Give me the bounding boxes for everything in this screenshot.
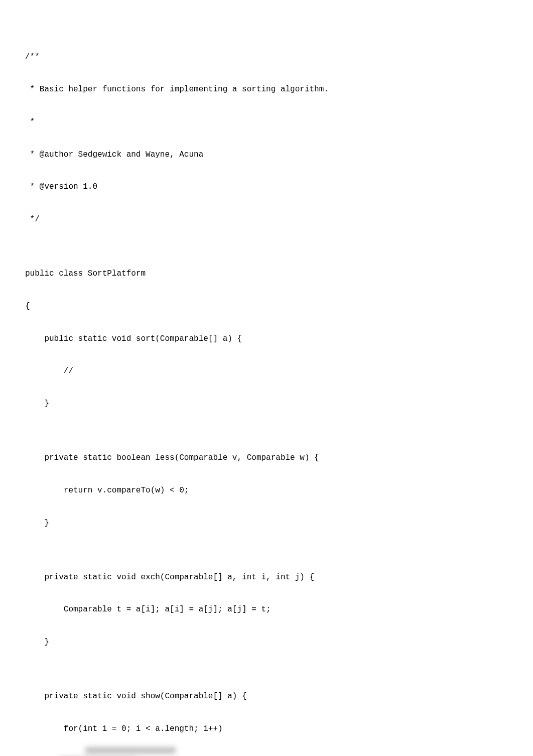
code-line: return v.compareTo(w) < 0; — [25, 485, 508, 496]
code-line: } — [25, 399, 508, 410]
code-line: for(int i = 0; i < a.length; i++) — [25, 724, 508, 735]
blurred-segment — [85, 747, 176, 754]
blurred-row — [25, 745, 508, 756]
code-line: */ — [25, 214, 508, 225]
code-line: } — [25, 518, 508, 529]
code-document: /** * Basic helper functions for impleme… — [25, 30, 508, 745]
blurred-code-region — [25, 745, 508, 756]
code-line: private static boolean less(Comparable v… — [25, 453, 508, 464]
code-line: public class SortPlatform — [25, 269, 508, 280]
code-line: // — [25, 366, 508, 377]
code-line: Comparable t = a[i]; a[i] = a[j]; a[j] =… — [25, 604, 508, 615]
code-line: private static void exch(Comparable[] a,… — [25, 572, 508, 583]
code-line: /** — [25, 52, 508, 63]
code-line: private static void show(Comparable[] a)… — [25, 691, 508, 702]
code-line: * @author Sedgewick and Wayne, Acuna — [25, 150, 508, 161]
code-line: { — [25, 301, 508, 312]
code-line: * @version 1.0 — [25, 182, 508, 193]
code-line: } — [25, 637, 508, 648]
code-line: public static void sort(Comparable[] a) … — [25, 334, 508, 345]
code-line: * Basic helper functions for implementin… — [25, 84, 508, 95]
code-line: * — [25, 117, 508, 128]
